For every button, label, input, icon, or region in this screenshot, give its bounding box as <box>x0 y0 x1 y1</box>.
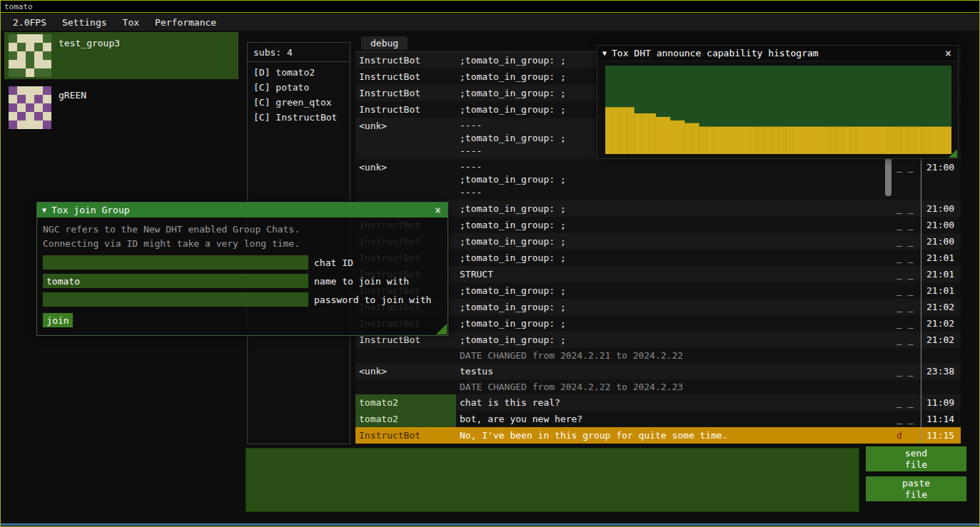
subs-list-item[interactable]: [D] tomato2 <box>248 65 350 80</box>
chat-message-time: 21:01 <box>921 282 961 299</box>
name-to-join-with-input[interactable]: tomato <box>43 274 308 288</box>
chat-message-text: STRUCT <box>456 266 895 282</box>
chat-message-flags: _ _ <box>895 250 921 266</box>
subs-list: [D] tomato2[C] potato[C] green_qtox[C] I… <box>248 62 350 125</box>
chat-message-flags: d <box>895 427 921 444</box>
join-group-window: ▼ Tox join Group × NGC refers to the New… <box>36 202 448 336</box>
join-info-line: NGC refers to the New DHT enabled Group … <box>43 222 442 237</box>
tab-debug[interactable]: debug <box>361 36 408 50</box>
histogram-window-titlebar: ▼ Tox DHT announce capability histogram … <box>597 46 958 61</box>
join-window-titlebar: ▼ Tox join Group × <box>37 203 448 218</box>
group-avatar-icon <box>9 34 51 77</box>
menu-item-settings[interactable]: Settings <box>54 15 115 30</box>
chat-message-row[interactable]: <unk>testus_ _23:38 <box>355 363 961 379</box>
menu-item-tox[interactable]: Tox <box>115 15 147 30</box>
chat-message-flags: _ _ <box>895 282 921 299</box>
chat-message-time: 21:01 <box>921 266 961 282</box>
chat-message-text: ;tomato_in_group: ; <box>456 200 895 217</box>
join-info-line: Connecting via ID might take a very long… <box>43 237 442 251</box>
chat-message-time: 11:14 <box>921 411 961 427</box>
chat-message-flags: _ _ <box>895 233 921 250</box>
join-field-row: chat ID <box>43 255 442 270</box>
chat-message-row[interactable]: <unk>---- ;tomato_in_group: ; ----_ _21:… <box>355 159 961 200</box>
menu-bar: 2.0FPSSettingsToxPerformance <box>1 14 979 31</box>
group-label: gREEN <box>59 86 86 129</box>
chat-message-time: 21:00 <box>921 217 961 233</box>
join-field-label: chat ID <box>314 257 353 268</box>
chat-id-input[interactable] <box>43 255 308 270</box>
chat-message-text: ;tomato_in_group: ; <box>456 299 895 315</box>
chat-message-text: bot, are you new here? <box>456 411 895 427</box>
subs-header: subs: 4 <box>248 43 350 61</box>
chat-message-flags: _ _ <box>895 159 921 200</box>
chat-message-time: 21:00 <box>921 200 961 217</box>
histogram-bars <box>605 66 951 154</box>
chat-message-text: ;tomato_in_group: ; <box>456 315 895 332</box>
chat-message-flags: _ _ <box>895 217 921 233</box>
chat-message-row[interactable]: tomato2bot, are you new here?_ _11:14 <box>355 411 961 427</box>
password-to-join-with-input[interactable] <box>43 292 308 307</box>
close-icon[interactable]: × <box>433 204 443 217</box>
histogram-plot <box>605 66 951 154</box>
chat-message-row[interactable]: tomato2chat is this real?_ _11:09 <box>355 394 961 411</box>
chat-message-text: ;tomato_in_group: ; <box>456 233 895 250</box>
chat-message-time: 21:00 <box>921 159 961 200</box>
chat-message-row[interactable]: InstructBotNo, I've been in this group f… <box>355 427 961 444</box>
chat-message-text: ;tomato_in_group: ; <box>456 250 895 266</box>
group-row-test-group3[interactable]: test_group3 <box>4 32 238 79</box>
join-window-body: NGC refers to the New DHT enabled Group … <box>37 218 448 332</box>
chat-sender-name: <unk> <box>355 363 456 379</box>
chat-message-text: ;tomato_in_group: ; <box>456 332 895 348</box>
chat-message-time: 11:15 <box>921 427 961 444</box>
window-title: tomato <box>4 2 33 11</box>
app-window: tomato 2.0FPSSettingsToxPerformance test… <box>0 0 980 527</box>
chat-date-row: DATE CHANGED from 2024.2.22 to 2024.2.23 <box>355 379 961 394</box>
chat-message-flags: _ _ <box>895 411 921 427</box>
close-icon[interactable]: × <box>944 47 953 60</box>
subs-list-item[interactable]: [C] InstructBot <box>248 110 350 125</box>
chat-date-row: DATE CHANGED from 2024.2.21 to 2024.2.22 <box>355 348 961 363</box>
group-label: test_group3 <box>59 34 120 77</box>
chat-message-time: 21:02 <box>921 315 961 332</box>
chat-sender-name: tomato2 <box>355 411 456 427</box>
join-button[interactable]: join <box>43 313 73 327</box>
chat-message-text: ;tomato_in_group: ; <box>456 217 895 233</box>
chat-sender-name: tomato2 <box>355 394 456 411</box>
chat-sender-name: <unk> <box>355 118 456 159</box>
chat-message-text: testus <box>456 363 895 379</box>
chat-sender-name: InstructBot <box>355 68 456 85</box>
chat-message-text: chat is this real? <box>456 394 895 411</box>
chat-sender-name: <unk> <box>355 159 456 200</box>
compose-input[interactable] <box>246 448 859 512</box>
collapse-arrow-icon[interactable]: ▼ <box>42 206 46 214</box>
group-row-green[interactable]: gREEN <box>4 84 238 131</box>
chat-message-flags: _ _ <box>895 266 921 282</box>
window-titlebar: tomato <box>1 1 979 13</box>
chat-message-time: 21:01 <box>921 250 961 266</box>
paste-file-button[interactable]: paste file <box>866 476 966 501</box>
collapse-arrow-icon[interactable]: ▼ <box>602 49 607 57</box>
subs-list-item[interactable]: [C] green_qtox <box>248 95 350 110</box>
subs-list-item[interactable]: [C] potato <box>248 80 350 95</box>
chat-sender-name: InstructBot <box>355 427 456 444</box>
chat-message-flags: _ _ <box>895 394 921 411</box>
chat-message-time: 21:02 <box>921 299 961 315</box>
group-list: test_group3gREEN <box>4 32 238 136</box>
chat-message-text: ---- ;tomato_in_group: ; ---- <box>456 159 895 200</box>
join-field-row: tomatoname to join with <box>43 274 442 288</box>
chat-message-flags: _ _ <box>895 332 921 348</box>
chat-sender-name: InstructBot <box>355 52 456 68</box>
join-field-label: password to join with <box>314 295 431 305</box>
chat-message-time: 21:02 <box>921 332 961 348</box>
chat-message-time: 23:38 <box>921 363 961 379</box>
menu-item-performance[interactable]: Performance <box>147 15 224 30</box>
chat-message-time: 11:09 <box>921 394 961 411</box>
histogram-window-title: Tox DHT announce capability histogram <box>612 48 939 58</box>
send-file-button[interactable]: send file <box>866 446 966 471</box>
menu-item-2-0fps: 2.0FPS <box>5 15 54 30</box>
chat-message-text: No, I've been in this group for quite so… <box>456 427 895 444</box>
chat-message-flags: _ _ <box>895 299 921 315</box>
join-field-label: name to join with <box>314 276 409 287</box>
bottom-accent-strip <box>1 523 979 526</box>
chat-sender-name: InstructBot <box>355 85 456 101</box>
